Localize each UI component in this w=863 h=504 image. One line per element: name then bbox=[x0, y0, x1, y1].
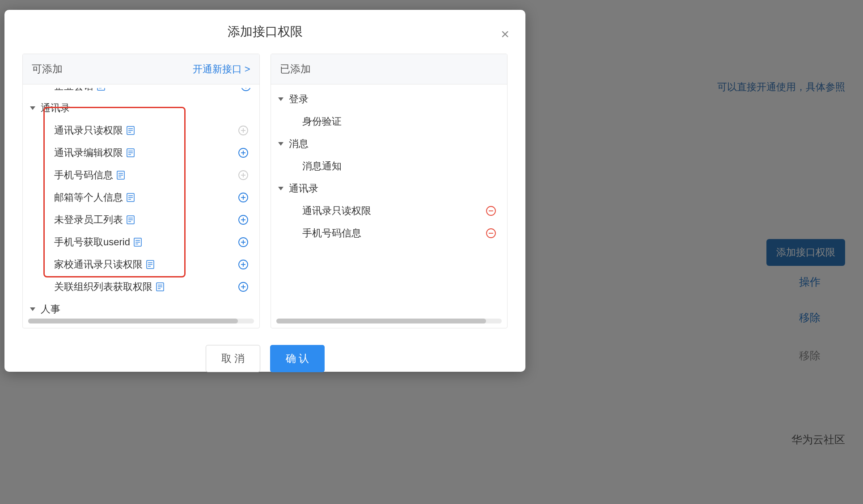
item-label: 手机号获取userid bbox=[54, 235, 130, 249]
bg-action-remove-1: 移除 bbox=[799, 311, 821, 325]
confirm-button[interactable]: 确认 bbox=[270, 345, 325, 372]
item-label: 未登录员工列表 bbox=[54, 213, 123, 227]
add-icon[interactable] bbox=[238, 237, 249, 248]
add-icon[interactable] bbox=[238, 214, 249, 225]
item-label: 企业会话 bbox=[54, 88, 93, 93]
list-item: 身份验证 bbox=[275, 110, 503, 133]
add-icon[interactable] bbox=[238, 147, 249, 158]
available-header: 可添加 bbox=[32, 62, 63, 76]
group-label: 通讯录 bbox=[41, 101, 70, 115]
available-tree: 企业会话 通讯录通讯录只读权限通讯录编辑权限手机号码信息邮箱等个人信息未登录员工… bbox=[23, 84, 259, 317]
list-item: 手机号码信息 bbox=[27, 164, 255, 186]
item-label: 通讯录只读权限 bbox=[54, 124, 123, 137]
caret-down-icon[interactable] bbox=[278, 97, 283, 101]
bg-col-label: 操作 bbox=[799, 275, 821, 289]
horizontal-scrollbar[interactable] bbox=[276, 319, 502, 323]
tree-group[interactable]: 通讯录 bbox=[27, 97, 255, 119]
list-item: 未登录员工列表 bbox=[27, 209, 255, 231]
added-header: 已添加 bbox=[280, 62, 311, 76]
add-icon[interactable] bbox=[238, 192, 249, 203]
bg-banner-text: 可以直接开通使用，具体参照 bbox=[717, 80, 845, 94]
tree-group[interactable]: 人事 bbox=[27, 298, 255, 317]
add-icon bbox=[238, 170, 249, 181]
item-label: 消息通知 bbox=[302, 160, 342, 173]
list-item: 关联组织列表获取权限 bbox=[27, 276, 255, 298]
added-panel: 已添加 登录身份验证消息消息通知通讯录通讯录只读权限手机号码信息 bbox=[271, 54, 508, 328]
document-icon[interactable] bbox=[127, 215, 135, 224]
list-item: 企业会话 bbox=[27, 88, 255, 97]
bg-action-remove-2: 移除 bbox=[799, 349, 821, 363]
document-icon[interactable] bbox=[127, 193, 135, 202]
caret-down-icon[interactable] bbox=[30, 106, 35, 110]
add-icon[interactable] bbox=[238, 281, 249, 292]
group-label: 消息 bbox=[289, 137, 309, 151]
item-label: 手机号码信息 bbox=[54, 168, 113, 182]
item-label: 邮箱等个人信息 bbox=[54, 191, 123, 204]
tree-group[interactable]: 登录 bbox=[275, 88, 503, 110]
item-label: 手机号码信息 bbox=[302, 227, 361, 240]
list-item: 邮箱等个人信息 bbox=[27, 186, 255, 209]
list-item: 通讯录只读权限 bbox=[27, 119, 255, 142]
added-tree: 登录身份验证消息消息通知通讯录通讯录只读权限手机号码信息 bbox=[271, 84, 508, 317]
list-item: 消息通知 bbox=[275, 155, 503, 177]
horizontal-scrollbar[interactable] bbox=[28, 319, 254, 323]
caret-down-icon[interactable] bbox=[278, 187, 283, 190]
item-label: 身份验证 bbox=[302, 115, 342, 128]
list-item: 家校通讯录只读权限 bbox=[27, 253, 255, 276]
bg-footer-text: 华为云社区 bbox=[791, 433, 845, 447]
item-label: 家校通讯录只读权限 bbox=[54, 258, 143, 271]
tree-group[interactable]: 通讯录 bbox=[275, 177, 503, 200]
group-label: 通讯录 bbox=[289, 182, 318, 195]
item-label: 通讯录只读权限 bbox=[302, 204, 371, 218]
tree-group[interactable]: 消息 bbox=[275, 133, 503, 155]
list-item: 手机号码信息 bbox=[275, 222, 503, 244]
cancel-button[interactable]: 取消 bbox=[206, 345, 260, 372]
list-item: 通讯录只读权限 bbox=[275, 200, 503, 222]
bg-add-button: 添加接口权限 bbox=[766, 239, 845, 266]
list-item: 通讯录编辑权限 bbox=[27, 142, 255, 164]
open-new-interface-link[interactable]: 开通新接口 > bbox=[193, 63, 250, 76]
caret-down-icon[interactable] bbox=[30, 307, 35, 311]
add-icon[interactable] bbox=[238, 259, 249, 270]
document-icon[interactable] bbox=[134, 238, 142, 247]
modal-title: 添加接口权限 bbox=[4, 23, 525, 40]
document-icon[interactable] bbox=[117, 171, 125, 180]
group-label: 登录 bbox=[289, 92, 309, 106]
document-icon[interactable] bbox=[156, 282, 164, 291]
list-item: 手机号获取userid bbox=[27, 231, 255, 253]
group-label: 人事 bbox=[41, 302, 60, 316]
document-icon[interactable] bbox=[127, 148, 135, 157]
document-icon[interactable] bbox=[127, 126, 135, 135]
add-icon[interactable] bbox=[241, 88, 251, 92]
add-permission-modal: 添加接口权限 × 可添加 开通新接口 > 企业会话 bbox=[4, 10, 525, 372]
remove-icon[interactable] bbox=[486, 206, 496, 216]
document-icon[interactable] bbox=[97, 88, 105, 91]
item-label: 关联组织列表获取权限 bbox=[54, 280, 152, 294]
available-panel: 可添加 开通新接口 > 企业会话 通讯录通讯录只读权限通讯录编辑权限手机号码信息… bbox=[22, 54, 260, 328]
remove-icon[interactable] bbox=[486, 228, 496, 239]
caret-down-icon[interactable] bbox=[278, 142, 283, 146]
add-icon bbox=[238, 125, 249, 136]
document-icon[interactable] bbox=[146, 260, 154, 269]
item-label: 通讯录编辑权限 bbox=[54, 146, 123, 160]
close-icon[interactable]: × bbox=[501, 27, 509, 41]
